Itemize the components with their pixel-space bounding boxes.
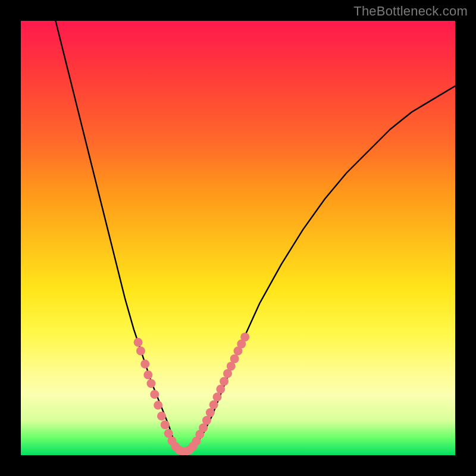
marker-dot [150, 390, 159, 399]
chart-svg [21, 21, 455, 455]
marker-dot [202, 416, 211, 425]
marker-dot [134, 338, 143, 347]
marker-dot [154, 401, 162, 410]
marker-dot [213, 393, 222, 402]
marker-dot [136, 346, 145, 355]
watermark-text: TheBottleneck.com [353, 4, 468, 19]
marker-dot [209, 400, 218, 409]
marker-dot [230, 354, 239, 363]
marker-dot [206, 408, 215, 417]
marker-dots [134, 333, 250, 455]
marker-dot [140, 359, 149, 368]
marker-dot [147, 379, 156, 388]
marker-dot [216, 385, 225, 394]
chart-frame: TheBottleneck.com [0, 0, 476, 476]
marker-dot [220, 377, 228, 386]
bottleneck-curve [55, 21, 455, 451]
marker-dot [157, 412, 166, 421]
marker-dot [161, 420, 170, 429]
marker-dot [143, 371, 152, 380]
curve-layer [55, 21, 455, 451]
marker-dot [240, 333, 249, 342]
